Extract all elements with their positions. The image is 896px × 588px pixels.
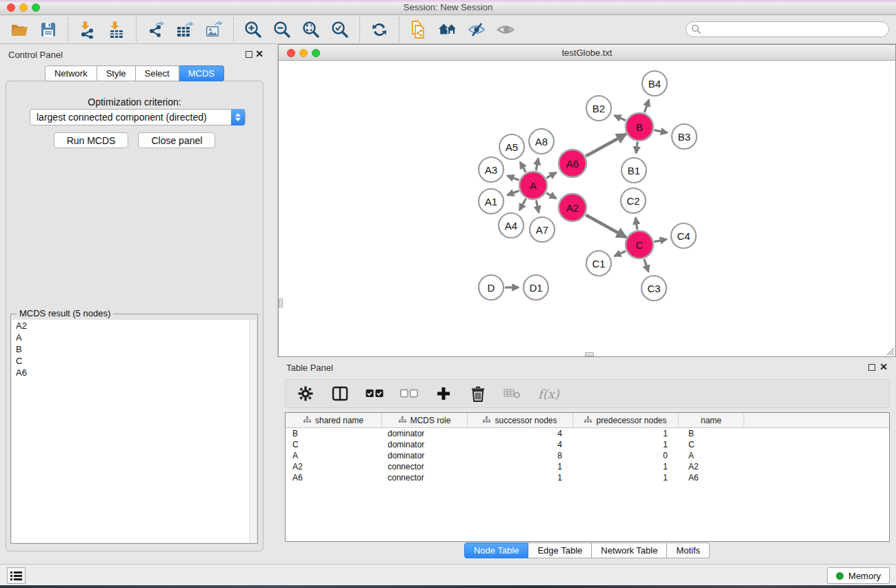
- window-resize-grip[interactable]: [886, 347, 895, 356]
- table-cell[interactable]: 0: [573, 450, 679, 461]
- table-cell[interactable]: dominator: [382, 428, 468, 439]
- node-B3[interactable]: B3: [672, 124, 697, 149]
- table-cell[interactable]: A2: [679, 461, 744, 472]
- mcds-result-item[interactable]: B: [12, 343, 249, 355]
- node-A6[interactable]: A6: [559, 150, 586, 177]
- node-A1[interactable]: A1: [479, 189, 504, 214]
- column-header-name[interactable]: name: [679, 413, 744, 428]
- column-header-MCDS-role[interactable]: MCDS role: [382, 413, 468, 428]
- table-row[interactable]: A6connector11A6: [286, 472, 889, 483]
- settings-gear-icon[interactable]: [297, 385, 315, 403]
- canvas-bottom-grip[interactable]: [585, 352, 594, 356]
- table-cell[interactable]: A: [679, 450, 744, 461]
- search-input[interactable]: [686, 21, 889, 37]
- node-C4[interactable]: C4: [671, 223, 696, 248]
- function-builder-icon[interactable]: f(x): [538, 387, 559, 401]
- edge-A-A1[interactable]: [507, 191, 519, 195]
- run-mcds-button[interactable]: Run MCDS: [54, 132, 129, 148]
- save-session-icon[interactable]: [39, 20, 58, 39]
- control-panel-close-icon[interactable]: ✕: [255, 48, 263, 60]
- table-cell[interactable]: B: [286, 428, 382, 439]
- zoom-out-icon[interactable]: [272, 20, 292, 39]
- table-row[interactable]: Bdominator41B: [286, 428, 889, 439]
- node-B1[interactable]: B1: [621, 158, 646, 183]
- tab-mcds[interactable]: MCDS: [179, 65, 224, 81]
- table-cell[interactable]: B: [679, 428, 744, 439]
- node-B2[interactable]: B2: [586, 96, 611, 121]
- zoom-selected-icon[interactable]: [330, 20, 350, 39]
- table-cell[interactable]: A6: [679, 472, 744, 483]
- import-table-icon[interactable]: [107, 20, 126, 39]
- node-C3[interactable]: C3: [641, 276, 666, 301]
- edge-C-C3[interactable]: [644, 259, 648, 272]
- edge-A6-B[interactable]: [586, 134, 626, 156]
- export-image-icon[interactable]: [204, 20, 223, 39]
- close-panel-button[interactable]: Close panel: [138, 132, 215, 148]
- table-cell[interactable]: A2: [286, 461, 382, 472]
- edge-A-A7[interactable]: [536, 201, 539, 213]
- export-network-icon[interactable]: [146, 20, 166, 39]
- mcds-result-item[interactable]: A6: [12, 367, 249, 378]
- session-files-icon[interactable]: [409, 20, 428, 39]
- select-all-checkboxes-icon[interactable]: [366, 385, 384, 403]
- tab-motifs[interactable]: Motifs: [667, 543, 710, 558]
- table-cell[interactable]: 1: [573, 428, 679, 439]
- table-cell[interactable]: C: [679, 439, 744, 450]
- table-cell[interactable]: 4: [468, 439, 573, 450]
- table-row[interactable]: Adominator80A: [286, 450, 889, 461]
- edge-A-A2[interactable]: [546, 193, 556, 199]
- edge-B-B2[interactable]: [615, 115, 626, 120]
- table-row[interactable]: Cdominator41C: [286, 439, 889, 450]
- table-header-row[interactable]: shared nameMCDS rolesuccessor nodesprede…: [286, 413, 889, 428]
- task-history-button[interactable]: [7, 567, 26, 584]
- node-D1[interactable]: D1: [524, 275, 548, 300]
- node-A3[interactable]: A3: [479, 157, 504, 182]
- network-graph[interactable]: B4B2BB3A8A5A6A3B1AC2A1A2A4A7C4CC1DD1C3: [279, 61, 895, 356]
- node-A2[interactable]: A2: [559, 194, 586, 221]
- memory-button[interactable]: Memory: [827, 567, 890, 584]
- table-cell[interactable]: 1: [573, 461, 679, 472]
- edge-B-B3[interactable]: [655, 130, 668, 133]
- tab-network-table[interactable]: Network Table: [592, 543, 667, 558]
- mcds-result-item[interactable]: C: [12, 355, 249, 367]
- table-cell[interactable]: 1: [468, 461, 573, 472]
- table-panel-float-icon[interactable]: [868, 364, 875, 371]
- zoom-in-icon[interactable]: [243, 20, 263, 39]
- table-cell[interactable]: 8: [468, 450, 573, 461]
- show-eye-icon[interactable]: [496, 20, 515, 39]
- table-cell[interactable]: A: [286, 450, 382, 461]
- home-icon[interactable]: [438, 20, 457, 39]
- column-header-predecessor-nodes[interactable]: predecessor nodes: [573, 413, 679, 428]
- node-C[interactable]: C: [626, 231, 653, 258]
- edge-C-C2[interactable]: [636, 218, 637, 230]
- node-A7[interactable]: A7: [530, 217, 555, 242]
- split-columns-icon[interactable]: [331, 385, 349, 403]
- edge-C-C4[interactable]: [655, 239, 667, 242]
- add-column-icon[interactable]: [435, 385, 452, 403]
- mcds-result-list[interactable]: A2ABCA6: [12, 320, 249, 543]
- node-B[interactable]: B: [626, 113, 653, 141]
- table-cell[interactable]: connector: [382, 472, 468, 483]
- node-C1[interactable]: C1: [586, 251, 611, 276]
- edge-A2-C[interactable]: [586, 215, 626, 238]
- tab-style[interactable]: Style: [97, 65, 136, 81]
- node-A[interactable]: A: [519, 172, 547, 199]
- column-header-shared-name[interactable]: shared name: [286, 413, 382, 428]
- node-D[interactable]: D: [479, 275, 504, 300]
- edge-A-A8[interactable]: [536, 159, 538, 171]
- tab-node-table[interactable]: Node Table: [464, 543, 529, 558]
- delete-table-icon[interactable]: [504, 385, 521, 403]
- open-session-icon[interactable]: [10, 20, 29, 39]
- export-table-icon[interactable]: [175, 20, 195, 39]
- network-canvas[interactable]: B4B2BB3A8A5A6A3B1AC2A1A2A4A7C4CC1DD1C3: [279, 61, 895, 356]
- mcds-result-scrollbar[interactable]: [249, 320, 257, 543]
- import-network-icon[interactable]: [78, 20, 97, 39]
- delete-column-trash-icon[interactable]: [469, 385, 487, 403]
- tab-select[interactable]: Select: [136, 65, 179, 81]
- table-cell[interactable]: dominator: [382, 439, 468, 450]
- edge-A-A6[interactable]: [546, 172, 556, 178]
- table-panel-close-icon[interactable]: ✕: [879, 361, 888, 373]
- tab-network[interactable]: Network: [45, 65, 97, 81]
- table-cell[interactable]: 1: [573, 439, 679, 450]
- column-header-successor-nodes[interactable]: successor nodes: [468, 413, 573, 428]
